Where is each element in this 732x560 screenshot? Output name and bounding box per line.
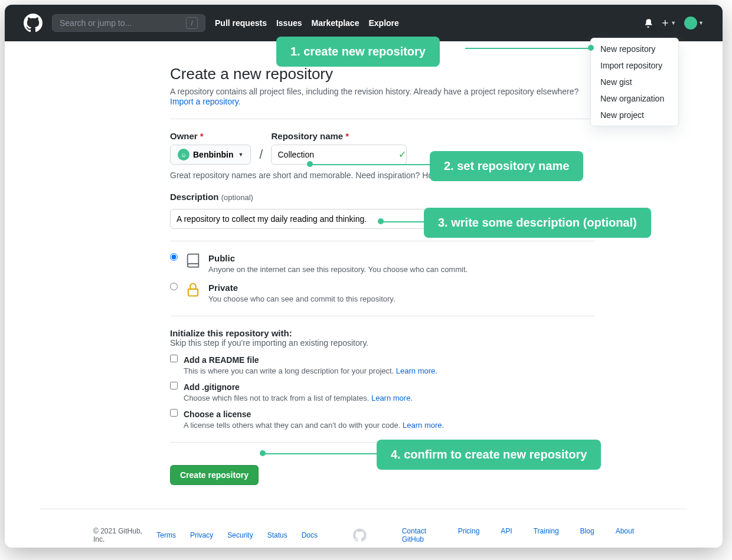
- annotation-2-line: [312, 164, 430, 165]
- annotation-3-line: [383, 221, 424, 222]
- init-sub: Skip this step if you're importing an ex…: [170, 338, 595, 348]
- svg-rect-0: [188, 289, 198, 296]
- footer-api[interactable]: API: [501, 527, 512, 543]
- import-repository-link[interactable]: Import a repository.: [170, 97, 241, 106]
- search-placeholder: Search or jump to...: [60, 18, 132, 28]
- annotation-1: 1. create new repository: [276, 37, 440, 67]
- dropdown-import-repository[interactable]: Import repository: [591, 57, 678, 74]
- copyright: © 2021 GitHub, Inc.: [93, 527, 142, 543]
- global-header: Search or jump to... / Pull requests Iss…: [5, 5, 723, 41]
- dropdown-new-organization[interactable]: New organization: [591, 90, 678, 107]
- readme-title: Add a README file: [184, 355, 259, 365]
- annotation-4-line: [264, 453, 377, 454]
- footer-privacy[interactable]: Privacy: [190, 531, 213, 539]
- annotation-2: 2. set repository name: [430, 151, 583, 181]
- owner-avatar-icon: ☺: [178, 149, 189, 161]
- annotation-3-dot: [378, 218, 384, 224]
- repo-name-input[interactable]: [271, 145, 407, 165]
- owner-value: Benbinbin: [193, 150, 233, 159]
- notifications-icon[interactable]: [643, 18, 653, 28]
- page-title: Create a new repository: [170, 65, 595, 83]
- description-label: Description (optional): [170, 192, 595, 202]
- gitignore-learn-more-link[interactable]: Learn more.: [371, 394, 413, 402]
- footer-docs[interactable]: Docs: [302, 531, 318, 539]
- readme-learn-more-link[interactable]: Learn more.: [396, 366, 437, 375]
- slash-key-icon: /: [186, 17, 198, 29]
- caret-down-icon: ▼: [671, 20, 676, 26]
- license-checkbox[interactable]: [170, 409, 178, 417]
- user-avatar[interactable]: ▼: [684, 17, 704, 30]
- valid-check-icon: ✓: [398, 149, 406, 160]
- footer-about[interactable]: About: [616, 527, 634, 543]
- footer-status[interactable]: Status: [267, 531, 287, 539]
- search-input[interactable]: Search or jump to... /: [52, 14, 205, 32]
- lock-icon: [185, 281, 201, 300]
- create-repository-button[interactable]: Create repository: [170, 465, 259, 485]
- footer-contact[interactable]: Contact GitHub: [402, 527, 437, 543]
- footer-blog[interactable]: Blog: [580, 527, 594, 543]
- dropdown-new-repository[interactable]: New repository: [591, 41, 678, 57]
- footer-training[interactable]: Training: [534, 527, 559, 543]
- main-content: Create a new repository A repository con…: [170, 41, 595, 485]
- annotation-2-dot: [307, 161, 313, 167]
- annotation-1-line: [465, 48, 589, 49]
- public-title: Public: [208, 253, 235, 263]
- footer-terms[interactable]: Terms: [156, 531, 176, 539]
- nav-issues[interactable]: Issues: [276, 18, 302, 28]
- license-learn-more-link[interactable]: Learn more.: [403, 421, 444, 430]
- init-title: Initialize this repository with:: [170, 328, 595, 338]
- caret-down-icon: ▼: [698, 20, 704, 26]
- dropdown-new-gist[interactable]: New gist: [591, 74, 678, 90]
- private-title: Private: [208, 283, 238, 293]
- annotation-3: 3. write some description (optional): [424, 208, 651, 238]
- github-logo-icon[interactable]: [24, 14, 43, 32]
- dropdown-new-project[interactable]: New project: [591, 107, 678, 123]
- public-sub: Anyone on the internet can see this repo…: [208, 265, 468, 274]
- gitignore-checkbox[interactable]: [170, 382, 178, 389]
- annotation-4: 4. confirm to create new repository: [377, 440, 601, 470]
- license-title: Choose a license: [184, 410, 251, 419]
- gitignore-title: Add .gitignore: [184, 382, 240, 392]
- nav-marketplace[interactable]: Marketplace: [312, 18, 360, 28]
- owner-select[interactable]: ☺ Benbinbin ▼: [170, 145, 251, 165]
- readme-checkbox[interactable]: [170, 355, 178, 362]
- page-subtitle: A repository contains all project files,…: [170, 87, 595, 96]
- create-new-icon[interactable]: ▼: [661, 19, 676, 27]
- path-separator: /: [259, 147, 263, 162]
- owner-label: Owner *: [170, 131, 251, 141]
- primary-nav: Pull requests Issues Marketplace Explore: [215, 18, 399, 28]
- nav-pull-requests[interactable]: Pull requests: [215, 18, 267, 28]
- footer-security[interactable]: Security: [227, 531, 253, 539]
- annotation-1-dot: [588, 45, 594, 51]
- repo-name-label: Repository name *: [271, 131, 407, 141]
- create-new-dropdown: New repository Import repository New gis…: [590, 38, 679, 126]
- caret-down-icon: ▼: [238, 152, 243, 158]
- github-footer-logo-icon[interactable]: [353, 528, 367, 542]
- footer: © 2021 GitHub, Inc. Terms Privacy Securi…: [40, 509, 687, 543]
- visibility-private-radio[interactable]: [170, 283, 178, 290]
- repo-icon: [185, 252, 201, 271]
- private-sub: You choose who can see and commit to thi…: [208, 294, 396, 303]
- annotation-4-dot: [260, 450, 266, 456]
- nav-explore[interactable]: Explore: [368, 18, 398, 28]
- visibility-public-radio[interactable]: [170, 253, 178, 261]
- footer-pricing[interactable]: Pricing: [458, 527, 480, 543]
